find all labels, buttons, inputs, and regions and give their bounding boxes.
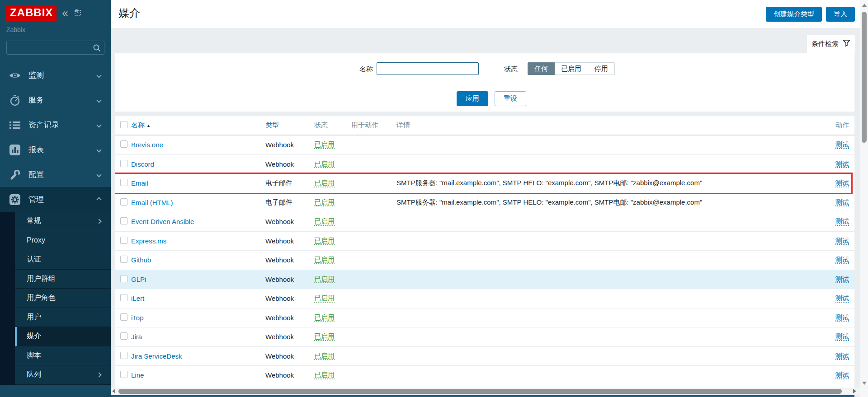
status-option-disabled[interactable]: 停用	[588, 62, 615, 75]
search-icon[interactable]	[93, 44, 101, 54]
status-enabled-link[interactable]: 已启用	[314, 352, 335, 360]
sidebar-item-reports[interactable]: 报表	[0, 137, 111, 162]
column-header-details: 详情	[396, 121, 822, 130]
media-type-name-link[interactable]: Event-Driven Ansible	[131, 218, 194, 225]
select-all-checkbox[interactable]	[120, 121, 127, 128]
test-link[interactable]: 测试	[835, 332, 849, 340]
create-media-type-button[interactable]: 创建媒介类型	[766, 7, 822, 22]
row-checkbox[interactable]	[120, 332, 127, 340]
test-link[interactable]: 测试	[835, 140, 849, 148]
media-type-name-link[interactable]: GLPi	[131, 276, 146, 283]
status-enabled-link[interactable]: 已启用	[314, 294, 335, 302]
collapse-sidebar-icon[interactable]: «	[62, 8, 68, 19]
row-checkbox[interactable]	[120, 179, 127, 186]
sidebar-item-monitoring[interactable]: 监测	[0, 63, 111, 88]
sidebar-item-scripts[interactable]: 脚本	[15, 346, 111, 366]
test-link[interactable]: 测试	[835, 371, 849, 378]
sidebar-item-user-roles[interactable]: 用户角色	[15, 289, 111, 308]
status-option-enabled[interactable]: 已启用	[554, 62, 588, 75]
submenu-label: 认证	[27, 255, 41, 264]
column-header-name[interactable]: 名称	[131, 121, 145, 129]
status-enabled-link[interactable]: 已启用	[314, 313, 335, 321]
column-header-type[interactable]: 类型	[265, 121, 279, 129]
status-enabled-link[interactable]: 已启用	[314, 237, 335, 244]
status-enabled-link[interactable]: 已启用	[314, 275, 335, 283]
funnel-filter-icon	[843, 39, 850, 48]
test-link[interactable]: 测试	[835, 313, 849, 321]
sidebar-item-authentication[interactable]: 认证	[15, 250, 111, 270]
test-link[interactable]: 测试	[835, 237, 849, 244]
media-type-name-link[interactable]: iTop	[131, 314, 144, 322]
media-type-name-link[interactable]: Jira ServiceDesk	[131, 352, 182, 360]
media-type-name-link[interactable]: iLert	[131, 294, 144, 302]
status-enabled-link[interactable]: 已启用	[314, 179, 335, 187]
scroll-down-arrow-icon[interactable]	[862, 382, 867, 385]
test-link[interactable]: 测试	[835, 198, 849, 206]
test-link[interactable]: 测试	[835, 352, 849, 360]
sidebar-item-general[interactable]: 常规	[15, 212, 111, 231]
media-type-name-link[interactable]: Discord	[131, 160, 154, 168]
row-checkbox[interactable]	[120, 275, 127, 282]
expand-view-icon[interactable]	[74, 9, 82, 17]
status-enabled-link[interactable]: 已启用	[314, 371, 335, 378]
media-type-name-link[interactable]: Line	[131, 371, 144, 379]
status-option-any[interactable]: 任何	[528, 62, 555, 75]
sidebar-item-administration[interactable]: 管理	[0, 187, 111, 212]
status-enabled-link[interactable]: 已启用	[314, 160, 335, 168]
row-checkbox[interactable]	[120, 237, 127, 244]
status-enabled-link[interactable]: 已启用	[314, 198, 335, 206]
chevron-down-icon	[96, 147, 101, 152]
filter-status-label: 状态	[486, 65, 518, 74]
sort-asc-icon: ▲	[146, 123, 151, 128]
row-checkbox[interactable]	[120, 217, 127, 224]
sidebar-item-inventory[interactable]: 资产记录	[0, 112, 111, 137]
reset-button[interactable]: 重设	[495, 91, 526, 106]
media-type-name-link[interactable]: Express.ms	[131, 237, 166, 245]
test-link[interactable]: 测试	[835, 275, 849, 283]
scroll-right-arrow-icon[interactable]	[853, 389, 856, 393]
media-type-name-link[interactable]: Email	[131, 179, 148, 187]
sidebar-item-configuration[interactable]: 配置	[0, 162, 111, 187]
chevron-down-icon	[96, 122, 101, 127]
media-type-name-link[interactable]: Brevis.one	[131, 141, 163, 149]
zabbix-logo[interactable]: ZABBIX	[6, 5, 57, 21]
row-checkbox[interactable]	[120, 313, 127, 321]
media-type-name-link[interactable]: Email (HTML)	[131, 199, 173, 206]
test-link[interactable]: 测试	[835, 160, 849, 168]
scroll-left-arrow-icon[interactable]	[112, 389, 115, 393]
row-checkbox[interactable]	[120, 256, 127, 263]
sidebar-item-proxy[interactable]: Proxy	[15, 231, 111, 251]
status-enabled-link[interactable]: 已启用	[314, 332, 335, 340]
sidebar-item-user-groups[interactable]: 用户群组	[15, 270, 111, 289]
sidebar-item-services[interactable]: 服务	[0, 88, 111, 112]
sidebar-item-media-types[interactable]: 媒介	[15, 327, 111, 346]
horizontal-scrollbar-thumb[interactable]	[118, 389, 842, 394]
test-link[interactable]: 测试	[835, 217, 849, 225]
apply-button[interactable]: 应用	[457, 91, 488, 106]
sidebar-item-queue[interactable]: 队列	[15, 365, 111, 385]
submenu-label: 常规	[27, 216, 41, 226]
import-button[interactable]: 导入	[826, 7, 855, 22]
search-input[interactable]	[7, 41, 104, 54]
row-checkbox[interactable]	[120, 352, 127, 359]
row-checkbox[interactable]	[120, 371, 127, 378]
row-checkbox[interactable]	[120, 294, 127, 301]
row-checkbox[interactable]	[120, 160, 127, 167]
row-checkbox[interactable]	[120, 198, 127, 206]
filter-tab[interactable]: 条件检索	[807, 35, 855, 53]
scroll-up-arrow-icon[interactable]	[862, 4, 867, 7]
status-enabled-link[interactable]: 已启用	[314, 217, 335, 225]
sidebar-item-users[interactable]: 用户	[15, 308, 111, 327]
filter-name-input[interactable]	[377, 62, 479, 75]
status-enabled-link[interactable]: 已启用	[314, 256, 335, 263]
media-type-name-link[interactable]: Github	[131, 256, 151, 264]
test-link[interactable]: 测试	[835, 294, 849, 302]
row-checkbox[interactable]	[120, 140, 127, 148]
horizontal-scrollbar[interactable]	[111, 388, 860, 395]
test-link[interactable]: 测试	[835, 179, 849, 187]
test-link[interactable]: 测试	[835, 256, 849, 263]
vertical-scrollbar-thumb[interactable]	[862, 12, 867, 143]
status-enabled-link[interactable]: 已启用	[314, 140, 335, 148]
vertical-scrollbar[interactable]	[860, 0, 868, 397]
media-type-name-link[interactable]: Jira	[131, 333, 142, 341]
